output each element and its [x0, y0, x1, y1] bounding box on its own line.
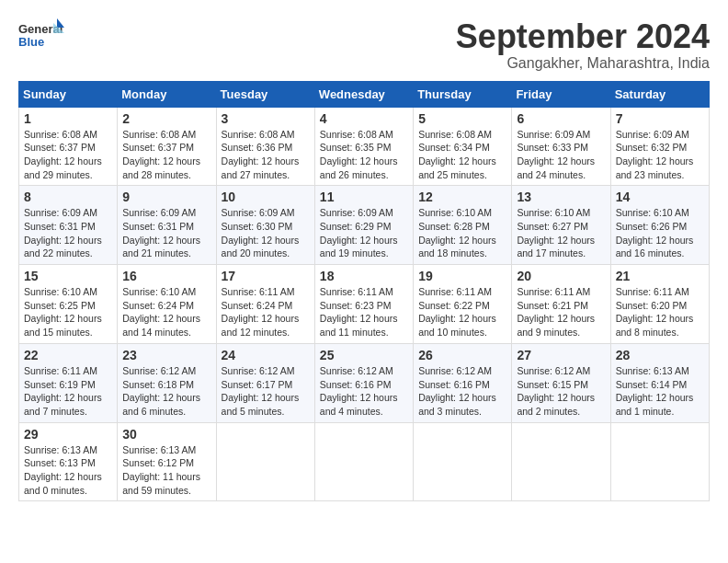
- sunrise-text: Sunrise: 6:10 AM: [616, 207, 689, 218]
- sunrise-text: Sunrise: 6:11 AM: [418, 286, 492, 297]
- sunrise-text: Sunrise: 6:12 AM: [122, 365, 196, 376]
- table-row: 22 Sunrise: 6:11 AM Sunset: 6:19 PM Dayl…: [19, 343, 118, 422]
- day-number: 14: [616, 190, 704, 204]
- daylight-text: Daylight: 12 hours and 26 minutes.: [320, 155, 398, 180]
- sunset-text: Sunset: 6:32 PM: [616, 142, 688, 153]
- daylight-text: Daylight: 12 hours and 10 minutes.: [418, 313, 496, 338]
- day-number: 18: [320, 269, 408, 283]
- day-number: 4: [320, 111, 408, 126]
- daylight-text: Daylight: 12 hours and 27 minutes.: [222, 155, 300, 180]
- table-row: 13 Sunrise: 6:10 AM Sunset: 6:27 PM Dayl…: [512, 186, 610, 265]
- sunrise-text: Sunrise: 6:08 AM: [418, 129, 492, 140]
- day-info: Sunrise: 6:12 AM Sunset: 6:15 PM Dayligh…: [517, 364, 605, 419]
- sunrise-text: Sunrise: 6:13 AM: [122, 444, 196, 455]
- sunrise-text: Sunrise: 6:09 AM: [122, 207, 196, 218]
- calendar-week: 1 Sunrise: 6:08 AM Sunset: 6:37 PM Dayli…: [19, 107, 710, 186]
- daylight-text: Daylight: 12 hours and 1 minute.: [616, 392, 694, 417]
- daylight-text: Daylight: 12 hours and 17 minutes.: [517, 235, 595, 259]
- calendar-table: Sunday Monday Tuesday Wednesday Thursday…: [18, 81, 710, 502]
- sunrise-text: Sunrise: 6:12 AM: [517, 365, 590, 376]
- table-row: 3 Sunrise: 6:08 AM Sunset: 6:36 PM Dayli…: [216, 107, 314, 186]
- sunrise-text: Sunrise: 6:13 AM: [24, 444, 97, 455]
- table-row: 14 Sunrise: 6:10 AM Sunset: 6:26 PM Dayl…: [610, 186, 709, 265]
- table-row: 6 Sunrise: 6:09 AM Sunset: 6:33 PM Dayli…: [512, 107, 610, 186]
- sunset-text: Sunset: 6:14 PM: [616, 379, 688, 390]
- sunrise-text: Sunrise: 6:08 AM: [222, 129, 295, 140]
- table-row: [610, 422, 709, 501]
- sunrise-text: Sunrise: 6:08 AM: [122, 129, 196, 140]
- day-number: 15: [24, 269, 112, 283]
- day-info: Sunrise: 6:12 AM Sunset: 6:18 PM Dayligh…: [122, 364, 210, 419]
- day-number: 22: [24, 348, 112, 362]
- sunset-text: Sunset: 6:21 PM: [517, 300, 588, 311]
- sunset-text: Sunset: 6:16 PM: [320, 379, 392, 390]
- daylight-text: Daylight: 12 hours and 20 minutes.: [222, 235, 300, 259]
- day-info: Sunrise: 6:10 AM Sunset: 6:27 PM Dayligh…: [517, 206, 605, 260]
- daylight-text: Daylight: 12 hours and 19 minutes.: [320, 235, 398, 259]
- sunset-text: Sunset: 6:12 PM: [122, 457, 194, 468]
- calendar-week: 8 Sunrise: 6:09 AM Sunset: 6:31 PM Dayli…: [19, 186, 710, 265]
- sunrise-text: Sunrise: 6:09 AM: [616, 129, 689, 140]
- table-row: 29 Sunrise: 6:13 AM Sunset: 6:13 PM Dayl…: [19, 422, 118, 501]
- daylight-text: Daylight: 12 hours and 21 minutes.: [122, 235, 200, 259]
- sunset-text: Sunset: 6:31 PM: [122, 221, 194, 232]
- daylight-text: Daylight: 12 hours and 24 minutes.: [517, 155, 595, 180]
- day-number: 28: [616, 348, 704, 362]
- svg-marker-2: [57, 18, 64, 28]
- day-info: Sunrise: 6:12 AM Sunset: 6:16 PM Dayligh…: [320, 364, 408, 419]
- sunrise-text: Sunrise: 6:10 AM: [24, 286, 97, 297]
- daylight-text: Daylight: 12 hours and 3 minutes.: [418, 392, 496, 417]
- sunrise-text: Sunrise: 6:11 AM: [320, 286, 393, 297]
- table-row: [414, 422, 512, 501]
- day-info: Sunrise: 6:11 AM Sunset: 6:22 PM Dayligh…: [418, 285, 506, 339]
- col-sunday: Sunday: [19, 81, 118, 107]
- day-info: Sunrise: 6:08 AM Sunset: 6:36 PM Dayligh…: [222, 128, 310, 182]
- day-number: 19: [418, 269, 506, 283]
- calendar-body: 1 Sunrise: 6:08 AM Sunset: 6:37 PM Dayli…: [19, 107, 710, 501]
- location: Gangakher, Maharashtra, India: [456, 55, 710, 72]
- sunset-text: Sunset: 6:22 PM: [418, 300, 490, 311]
- daylight-text: Daylight: 12 hours and 15 minutes.: [24, 313, 102, 338]
- sunset-text: Sunset: 6:35 PM: [320, 142, 392, 153]
- daylight-text: Daylight: 12 hours and 2 minutes.: [517, 392, 595, 417]
- daylight-text: Daylight: 12 hours and 25 minutes.: [418, 155, 496, 180]
- table-row: 11 Sunrise: 6:09 AM Sunset: 6:29 PM Dayl…: [314, 186, 413, 265]
- day-info: Sunrise: 6:12 AM Sunset: 6:16 PM Dayligh…: [418, 364, 506, 419]
- table-row: 20 Sunrise: 6:11 AM Sunset: 6:21 PM Dayl…: [512, 265, 610, 344]
- sunrise-text: Sunrise: 6:09 AM: [24, 207, 97, 218]
- table-row: 19 Sunrise: 6:11 AM Sunset: 6:22 PM Dayl…: [414, 265, 512, 344]
- table-row: 4 Sunrise: 6:08 AM Sunset: 6:35 PM Dayli…: [314, 107, 413, 186]
- daylight-text: Daylight: 12 hours and 0 minutes.: [24, 471, 102, 496]
- table-row: 1 Sunrise: 6:08 AM Sunset: 6:37 PM Dayli…: [19, 107, 118, 186]
- sunset-text: Sunset: 6:31 PM: [24, 221, 96, 232]
- sunset-text: Sunset: 6:34 PM: [418, 142, 490, 153]
- daylight-text: Daylight: 12 hours and 28 minutes.: [122, 155, 200, 180]
- day-number: 21: [616, 269, 704, 283]
- day-info: Sunrise: 6:11 AM Sunset: 6:23 PM Dayligh…: [320, 285, 408, 339]
- sunrise-text: Sunrise: 6:10 AM: [122, 286, 196, 297]
- sunrise-text: Sunrise: 6:09 AM: [320, 207, 393, 218]
- sunset-text: Sunset: 6:29 PM: [320, 221, 392, 232]
- title-block: September 2024 Gangakher, Maharashtra, I…: [456, 18, 710, 72]
- day-number: 3: [222, 111, 310, 126]
- day-info: Sunrise: 6:09 AM Sunset: 6:32 PM Dayligh…: [616, 128, 704, 182]
- daylight-text: Daylight: 11 hours and 59 minutes.: [122, 471, 200, 496]
- table-row: 23 Sunrise: 6:12 AM Sunset: 6:18 PM Dayl…: [118, 343, 216, 422]
- sunrise-text: Sunrise: 6:11 AM: [616, 286, 689, 297]
- sunrise-text: Sunrise: 6:12 AM: [222, 365, 295, 376]
- day-info: Sunrise: 6:09 AM Sunset: 6:30 PM Dayligh…: [222, 206, 310, 260]
- day-number: 2: [122, 111, 210, 126]
- day-info: Sunrise: 6:08 AM Sunset: 6:34 PM Dayligh…: [418, 128, 506, 182]
- table-row: 27 Sunrise: 6:12 AM Sunset: 6:15 PM Dayl…: [512, 343, 610, 422]
- calendar-week: 22 Sunrise: 6:11 AM Sunset: 6:19 PM Dayl…: [19, 343, 710, 422]
- daylight-text: Daylight: 12 hours and 8 minutes.: [616, 313, 694, 338]
- day-info: Sunrise: 6:11 AM Sunset: 6:20 PM Dayligh…: [616, 285, 704, 339]
- day-number: 6: [517, 111, 605, 126]
- day-number: 20: [517, 269, 605, 283]
- month-title: September 2024: [456, 18, 710, 55]
- day-number: 8: [24, 190, 112, 204]
- sunset-text: Sunset: 6:24 PM: [222, 300, 293, 311]
- day-info: Sunrise: 6:08 AM Sunset: 6:37 PM Dayligh…: [122, 128, 210, 182]
- sunset-text: Sunset: 6:20 PM: [616, 300, 688, 311]
- day-number: 26: [418, 348, 506, 362]
